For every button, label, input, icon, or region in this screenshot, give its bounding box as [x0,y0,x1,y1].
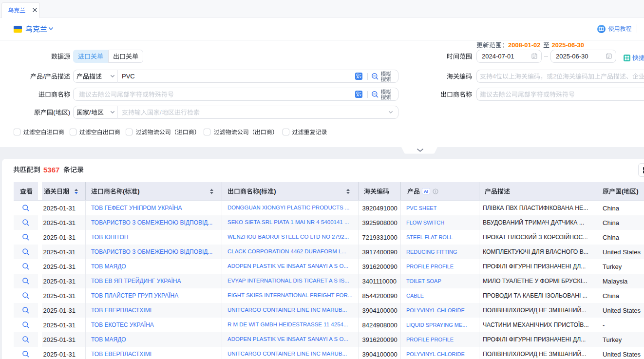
svg-text:AI: AI [424,189,429,194]
